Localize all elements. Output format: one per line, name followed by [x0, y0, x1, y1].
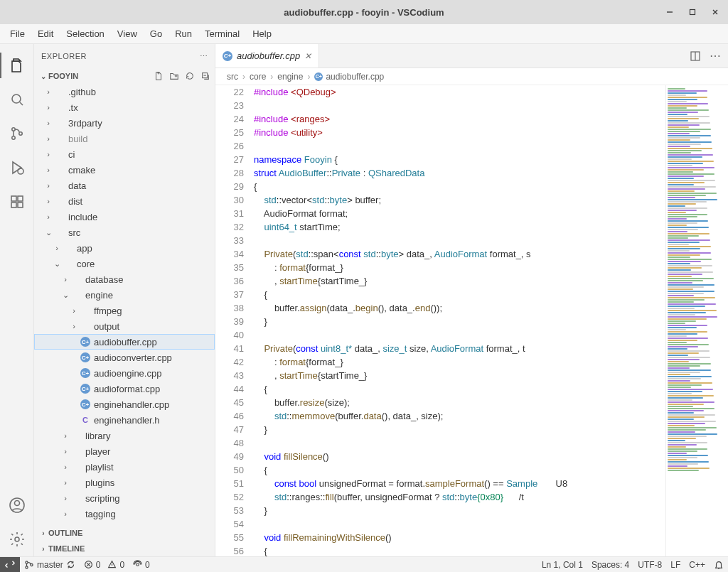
tree-label: enginehandler.h	[94, 415, 160, 426]
code-editor[interactable]: 2223242526272829303132333435363738394041…	[215, 85, 665, 556]
file-enginehandler-cpp[interactable]: C+enginehandler.cpp	[34, 396, 215, 412]
split-editor-icon[interactable]	[690, 50, 701, 62]
folder-cmake[interactable]: ›cmake	[34, 162, 215, 178]
tree-label: library	[85, 431, 110, 441]
folder-playlist[interactable]: ›playlist	[34, 459, 215, 475]
line-gutter: 2223242526272829303132333435363738394041…	[215, 85, 254, 556]
run-debug-icon[interactable]	[0, 151, 34, 185]
minimap[interactable]	[665, 85, 728, 556]
svg-rect-7	[11, 203, 16, 207]
language-mode[interactable]: C++	[685, 557, 710, 572]
tree-label: tagging	[85, 509, 116, 519]
tree-label: app	[77, 243, 92, 254]
problems-indicator[interactable]: 0 0	[80, 557, 129, 572]
window-controls	[661, 4, 724, 21]
file-audioengine-cpp[interactable]: C+audioengine.cpp	[34, 365, 215, 381]
folder-library[interactable]: ›library	[34, 428, 215, 443]
new-file-icon[interactable]	[154, 71, 164, 81]
notifications-icon[interactable]	[710, 557, 728, 572]
cpp-file-icon: C+	[80, 367, 91, 379]
accounts-icon[interactable]	[0, 488, 34, 522]
folder-3rdparty[interactable]: ›3rdparty	[34, 115, 215, 131]
folder-data[interactable]: ›data	[34, 178, 215, 193]
source-control-icon[interactable]	[0, 117, 34, 151]
tree-label: data	[68, 180, 86, 191]
file-tree[interactable]: ›.github›.tx›3rdparty›build›ci›cmake›dat…	[34, 84, 215, 525]
folder-scripting[interactable]: ›scripting	[34, 490, 215, 506]
cpp-file-icon: C+	[314, 72, 323, 81]
editor-tabs: C+ audiobuffer.cpp ✕ ⋯	[215, 44, 728, 68]
folder--tx[interactable]: ›.tx	[34, 99, 215, 115]
tree-label: playlist	[85, 462, 114, 473]
folder-tagging[interactable]: ›tagging	[34, 506, 215, 522]
maximize-button[interactable]	[684, 4, 701, 21]
more-actions-icon[interactable]: ⋯	[710, 49, 721, 63]
remote-indicator[interactable]	[0, 557, 20, 572]
menu-terminal[interactable]: Terminal	[199, 26, 245, 41]
svg-point-3	[11, 136, 14, 139]
ports-indicator[interactable]: 0	[129, 557, 154, 572]
folder-output[interactable]: ›output	[34, 318, 215, 334]
ports-count: 0	[145, 560, 150, 570]
explorer-label: EXPLORER	[41, 52, 87, 60]
project-section-header[interactable]: ⌄ FOOYIN	[34, 68, 215, 84]
file-enginehandler-h[interactable]: Cenginehandler.h	[34, 412, 215, 428]
folder-database[interactable]: ›database	[34, 271, 215, 287]
chevron-down-icon: ⌄	[38, 72, 48, 80]
file-audiobuffer-cpp[interactable]: C+audiobuffer.cpp	[34, 334, 215, 350]
settings-gear-icon[interactable]	[0, 522, 34, 556]
extensions-icon[interactable]	[0, 185, 34, 219]
menu-edit[interactable]: Edit	[32, 26, 59, 41]
menu-selection[interactable]: Selection	[60, 26, 109, 41]
menu-file[interactable]: File	[4, 26, 31, 41]
minimize-button[interactable]	[661, 4, 678, 21]
folder-plugins[interactable]: ›plugins	[34, 475, 215, 490]
timeline-section-header[interactable]: › TIMELINE	[34, 541, 215, 556]
breadcrumb-core[interactable]: core	[250, 72, 266, 82]
breadcrumb-engine[interactable]: engine	[277, 72, 303, 82]
folder-engine[interactable]: ⌄engine	[34, 287, 215, 303]
folder-src[interactable]: ⌄src	[34, 225, 215, 240]
folder-core[interactable]: ⌄core	[34, 256, 215, 271]
breadcrumbs[interactable]: src›core›engine›C+audiobuffer.cpp	[215, 68, 728, 85]
more-icon[interactable]: ⋯	[200, 52, 208, 61]
close-button[interactable]	[707, 4, 724, 21]
indentation[interactable]: Spaces: 4	[587, 557, 633, 572]
eol[interactable]: LF	[666, 557, 685, 572]
branch-indicator[interactable]: master	[20, 557, 80, 572]
tree-label: output	[94, 321, 119, 332]
outline-section-header[interactable]: › OUTLINE	[34, 525, 215, 541]
search-icon[interactable]	[0, 82, 34, 117]
menu-help[interactable]: Help	[247, 26, 277, 41]
file-audioconverter-cpp[interactable]: C+audioconverter.cpp	[34, 350, 215, 365]
folder--github[interactable]: ›.github	[34, 84, 215, 99]
explorer-icon[interactable]	[0, 48, 34, 82]
menu-go[interactable]: Go	[144, 26, 168, 41]
folder-app[interactable]: ›app	[34, 240, 215, 256]
outline-label: OUTLINE	[48, 529, 82, 537]
file-audioformat-cpp[interactable]: C+audioformat.cpp	[34, 381, 215, 396]
breadcrumb-audiobuffer-cpp[interactable]: C+audiobuffer.cpp	[314, 72, 384, 82]
refresh-icon[interactable]	[185, 71, 195, 81]
folder-include[interactable]: ›include	[34, 209, 215, 225]
menu-view[interactable]: View	[112, 26, 143, 41]
svg-rect-6	[11, 196, 16, 201]
folder-build[interactable]: ›build	[34, 131, 215, 146]
folder-player[interactable]: ›player	[34, 443, 215, 459]
folder-dist[interactable]: ›dist	[34, 193, 215, 209]
error-count: 0	[96, 560, 101, 570]
menu-run[interactable]: Run	[169, 26, 198, 41]
tab-audiobuffer[interactable]: C+ audiobuffer.cpp ✕	[215, 44, 319, 68]
tree-label: database	[85, 274, 124, 285]
close-tab-icon[interactable]: ✕	[304, 51, 311, 61]
project-actions	[154, 71, 210, 81]
folder-ci[interactable]: ›ci	[34, 146, 215, 162]
cursor-position[interactable]: Ln 1, Col 1	[537, 557, 587, 572]
breadcrumb-src[interactable]: src	[227, 72, 238, 82]
folder-ffmpeg[interactable]: ›ffmpeg	[34, 303, 215, 318]
new-folder-icon[interactable]	[169, 71, 179, 81]
code-content[interactable]: #include <QDebug>#include <ranges>#inclu…	[254, 85, 665, 556]
menu-bar: FileEditSelectionViewGoRunTerminalHelp	[0, 24, 728, 44]
encoding[interactable]: UTF-8	[633, 557, 666, 572]
collapse-all-icon[interactable]	[200, 71, 210, 81]
